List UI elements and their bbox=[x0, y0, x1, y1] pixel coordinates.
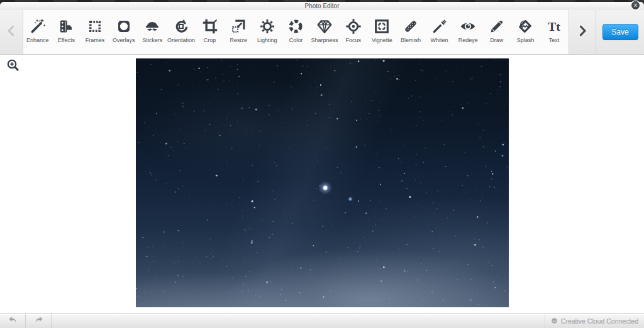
chevron-left-icon bbox=[4, 24, 18, 40]
tool-label: Splash bbox=[517, 37, 535, 43]
stamp-frame-icon bbox=[86, 18, 104, 35]
rotate-arrow-icon bbox=[172, 18, 190, 35]
tool-label: Focus bbox=[345, 37, 361, 43]
film-roll-icon bbox=[57, 18, 75, 35]
tool-draw[interactable]: Draw bbox=[482, 10, 511, 54]
crop-icon bbox=[201, 18, 219, 35]
tool-resize[interactable]: Resize bbox=[224, 10, 253, 54]
tool-label: Overlays bbox=[113, 37, 135, 43]
target-icon bbox=[345, 18, 362, 35]
tool-label: Enhance bbox=[26, 37, 49, 43]
redo-button[interactable] bbox=[26, 314, 52, 328]
undo-arrow-icon bbox=[8, 315, 18, 328]
tool-label: Draw bbox=[490, 37, 503, 43]
tool-label: Color bbox=[289, 37, 303, 43]
tool-label: Text bbox=[549, 37, 560, 43]
pencil-icon bbox=[488, 18, 506, 35]
diamond-icon bbox=[316, 18, 333, 35]
bowler-hat-mustache-icon bbox=[143, 18, 161, 35]
tool-sharpness[interactable]: Sharpness bbox=[310, 10, 339, 54]
tool-label: Frames bbox=[86, 37, 105, 43]
toolbar-next-button[interactable] bbox=[569, 10, 596, 54]
tool-label: Vignette bbox=[372, 37, 392, 43]
tool-color[interactable]: Color bbox=[282, 10, 311, 54]
tool-effects[interactable]: Effects bbox=[52, 10, 81, 54]
tool-enhance[interactable]: Enhance bbox=[23, 10, 52, 54]
toolbar-tools: EnhanceEffectsFramesOverlaysStickersOrie… bbox=[23, 10, 569, 54]
toothbrush-icon bbox=[431, 18, 448, 35]
undo-button[interactable] bbox=[0, 314, 26, 328]
magic-wand-icon bbox=[29, 18, 47, 35]
tool-orientation[interactable]: Orientation bbox=[167, 10, 196, 54]
zoom-in-magnifier-icon[interactable] bbox=[6, 58, 21, 73]
tool-lighting[interactable]: Lighting bbox=[253, 10, 282, 54]
svg-text:Tt: Tt bbox=[548, 19, 560, 33]
tool-label: Sharpness bbox=[311, 37, 338, 43]
tool-label: Blemish bbox=[401, 37, 421, 43]
tool-label: Orientation bbox=[167, 37, 195, 43]
paint-bucket-icon bbox=[516, 18, 534, 35]
editor-canvas bbox=[0, 55, 644, 314]
Tt-letters-icon: Tt bbox=[545, 18, 563, 35]
chevron-right-icon bbox=[575, 24, 589, 40]
save-button[interactable]: Save bbox=[602, 24, 638, 40]
tool-text[interactable]: TtText bbox=[540, 10, 569, 54]
vignette-corners-icon bbox=[373, 18, 391, 35]
tool-blemish[interactable]: Blemish bbox=[396, 10, 425, 54]
tool-label: Crop bbox=[204, 37, 216, 43]
tool-label: Effects bbox=[58, 37, 75, 43]
connection-status: cc Creative Cloud Connected bbox=[545, 314, 644, 328]
toolbar-prev-button[interactable] bbox=[0, 10, 23, 54]
tool-overlays[interactable]: Overlays bbox=[109, 10, 138, 54]
redo-arrow-icon bbox=[33, 315, 44, 328]
tool-splash[interactable]: Splash bbox=[511, 10, 540, 54]
tool-stickers[interactable]: Stickers bbox=[138, 10, 167, 54]
save-area: Save bbox=[596, 10, 644, 54]
tool-label: Whiten bbox=[431, 37, 448, 43]
rounded-square-circle-icon bbox=[115, 18, 133, 35]
tool-redeye[interactable]: Redeye bbox=[453, 10, 482, 54]
tool-crop[interactable]: Crop bbox=[196, 10, 225, 54]
window-title: Photo Editor bbox=[304, 3, 339, 9]
status-text: Creative Cloud Connected bbox=[561, 317, 638, 325]
tool-label: Resize bbox=[230, 37, 247, 43]
tool-label: Redeye bbox=[458, 37, 478, 43]
tool-label: Lighting bbox=[257, 37, 277, 43]
title-bar: Photo Editor bbox=[0, 2, 644, 11]
eye-icon bbox=[459, 18, 477, 35]
photo-editor-dialog: Photo Editor EnhanceEffectsFramesOverlay… bbox=[0, 2, 644, 328]
creative-cloud-icon: cc bbox=[551, 317, 558, 325]
tool-vignette[interactable]: Vignette bbox=[368, 10, 397, 54]
resize-arrow-icon bbox=[230, 18, 247, 35]
tool-focus[interactable]: Focus bbox=[339, 10, 368, 54]
bottom-bar: cc Creative Cloud Connected bbox=[0, 314, 644, 328]
tool-whiten[interactable]: Whiten bbox=[425, 10, 454, 54]
tool-label: Stickers bbox=[142, 37, 162, 43]
tool-frames[interactable]: Frames bbox=[80, 10, 109, 54]
star-canvas bbox=[136, 58, 509, 307]
toolbar: EnhanceEffectsFramesOverlaysStickersOrie… bbox=[0, 10, 644, 55]
close-button[interactable]: x bbox=[631, 1, 640, 9]
segmented-ring-icon bbox=[287, 18, 304, 35]
bandage-icon bbox=[402, 18, 419, 35]
svg-text:cc: cc bbox=[553, 319, 556, 322]
photo-night-sky bbox=[136, 58, 509, 307]
bottom-bar-spacer bbox=[52, 314, 545, 328]
sun-icon bbox=[258, 18, 276, 35]
